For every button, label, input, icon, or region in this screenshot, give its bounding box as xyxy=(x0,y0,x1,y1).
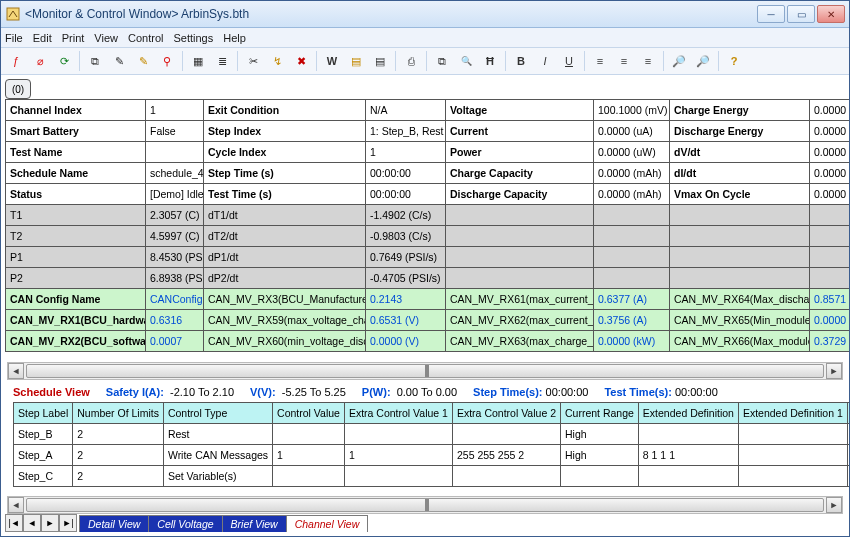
grid-label-cell[interactable] xyxy=(670,226,810,247)
toolbar-bold-icon[interactable]: B xyxy=(510,50,532,72)
grid-label-cell[interactable]: CAN_MV_RX62(max_current_discharge) xyxy=(446,310,594,331)
grid-value-cell[interactable]: 0.0000 (uV/s) xyxy=(810,142,850,163)
grid-label-cell[interactable] xyxy=(670,268,810,289)
grid-value-cell[interactable]: 0.0000 (V) xyxy=(810,310,850,331)
grid-value-cell[interactable]: 1: Step_B, Rest xyxy=(366,121,446,142)
grid-link[interactable]: CANConfig.can xyxy=(150,293,204,305)
menu-edit[interactable]: Edit xyxy=(33,32,52,44)
sched-cell[interactable] xyxy=(847,424,849,445)
grid-label-cell[interactable]: Test Time (s) xyxy=(204,184,366,205)
grid-label-cell[interactable]: CAN_MV_RX2(BCU_software_version) xyxy=(6,331,146,352)
toolbar-italic-icon[interactable]: I xyxy=(534,50,556,72)
sched-cell[interactable]: Rest xyxy=(163,424,272,445)
sched-cell[interactable]: 1 xyxy=(344,445,452,466)
tab-detail-view[interactable]: Detail View xyxy=(79,515,149,532)
grid-value-cell[interactable]: 4.5997 (C) xyxy=(146,226,204,247)
tab-cell-voltage[interactable]: Cell Voltage xyxy=(148,515,222,532)
grid-label-cell[interactable]: dV/dt xyxy=(670,142,810,163)
grid-link[interactable]: 0.0007 xyxy=(150,335,182,347)
tab-nav-next-icon[interactable]: ► xyxy=(41,514,59,532)
grid-value-cell[interactable]: 0.6531 (V) xyxy=(366,310,446,331)
grid-link[interactable]: 0.3729 (V) xyxy=(814,335,849,347)
sched-cell[interactable] xyxy=(452,466,560,487)
grid-link[interactable]: 0.0000 (V) xyxy=(370,335,419,347)
grid-value-cell[interactable]: 0.0000 (mWh) xyxy=(810,121,850,142)
grid-value-cell[interactable]: 0.0000 (uA/s) xyxy=(810,163,850,184)
grid-value-cell[interactable]: -1.4902 (C/s) xyxy=(366,205,446,226)
toolbar-grid-icon[interactable]: ▦ xyxy=(187,50,209,72)
grid-value-cell[interactable]: 0.6377 (A) xyxy=(594,289,670,310)
grid-link[interactable]: 0.6531 (V) xyxy=(370,314,419,326)
grid-label-cell[interactable]: CAN_MV_RX63(max_charge_power) xyxy=(446,331,594,352)
sched-header-cell[interactable]: Number Of Limits xyxy=(73,403,164,424)
grid-label-cell[interactable]: dT2/dt xyxy=(204,226,366,247)
grid-value-cell[interactable] xyxy=(810,226,850,247)
toolbar-doc-icon[interactable]: ▤ xyxy=(369,50,391,72)
grid-value-cell[interactable]: False xyxy=(146,121,204,142)
grid-value-cell[interactable]: 6.8938 (PSI) xyxy=(146,268,204,289)
tab-channel-view[interactable]: Channel View xyxy=(286,515,369,532)
toolbar-disk-icon[interactable]: ⌀ xyxy=(29,50,51,72)
close-button[interactable]: ✕ xyxy=(817,5,845,23)
toolbar-w-icon[interactable]: W xyxy=(321,50,343,72)
sched-cell[interactable]: Write CAN Messages xyxy=(163,445,272,466)
toolbar-help-icon[interactable]: ? xyxy=(723,50,745,72)
sched-cell[interactable] xyxy=(344,424,452,445)
grid-link[interactable]: 0.0000 (kW) xyxy=(598,335,655,347)
grid-value-cell[interactable] xyxy=(146,142,204,163)
grid-label-cell[interactable]: Charge Energy xyxy=(670,100,810,121)
grid-label-cell[interactable]: Power xyxy=(446,142,594,163)
sched-cell[interactable]: High xyxy=(560,445,638,466)
grid-label-cell[interactable]: Step Index xyxy=(204,121,366,142)
sched-header-cell[interactable]: Control Value xyxy=(273,403,345,424)
grid-label-cell[interactable]: P1 xyxy=(6,247,146,268)
tab-brief-view[interactable]: Brief View xyxy=(222,515,287,532)
grid-label-cell[interactable]: Discharge Capacity xyxy=(446,184,594,205)
grid-label-cell[interactable]: Test Name xyxy=(6,142,146,163)
grid-label-cell[interactable] xyxy=(446,247,594,268)
grid-label-cell[interactable] xyxy=(670,247,810,268)
toolbar-underline-icon[interactable]: U xyxy=(558,50,580,72)
toolbar-run-icon[interactable]: ƒ xyxy=(5,50,27,72)
grid-value-cell[interactable]: 0.3729 (V) xyxy=(810,331,850,352)
grid-value-cell[interactable]: 00:00:00 xyxy=(366,184,446,205)
toolbar-align-right-icon[interactable]: ≡ xyxy=(637,50,659,72)
grid-label-cell[interactable] xyxy=(446,205,594,226)
grid-value-cell[interactable]: 0.0000 (mAh) xyxy=(594,184,670,205)
grid-label-cell[interactable]: Smart Battery xyxy=(6,121,146,142)
grid-link[interactable]: 0.3756 (A) xyxy=(598,314,647,326)
menu-control[interactable]: Control xyxy=(128,32,163,44)
grid-value-cell[interactable]: 0.0000 (uA) xyxy=(594,121,670,142)
toolbar-cycle-icon[interactable]: ⟳ xyxy=(53,50,75,72)
grid-value-cell[interactable] xyxy=(594,268,670,289)
grid-label-cell[interactable]: Step Time (s) xyxy=(204,163,366,184)
sched-cell[interactable] xyxy=(452,424,560,445)
menu-settings[interactable]: Settings xyxy=(173,32,213,44)
scroll-right-icon[interactable]: ► xyxy=(826,363,842,379)
grid-label-cell[interactable]: P2 xyxy=(6,268,146,289)
menu-view[interactable]: View xyxy=(94,32,118,44)
tab-nav-last-icon[interactable]: ►| xyxy=(59,514,77,532)
grid-label-cell[interactable]: Cycle Index xyxy=(204,142,366,163)
toolbar-page-icon[interactable]: ▤ xyxy=(345,50,367,72)
grid-label-cell[interactable]: Current xyxy=(446,121,594,142)
sched-header-cell[interactable]: Test Settings xyxy=(847,403,849,424)
grid-label-cell[interactable] xyxy=(446,268,594,289)
grid-label-cell[interactable]: CAN_MV_RX59(max_voltage_charge) xyxy=(204,310,366,331)
grid-label-cell[interactable]: CAN_MV_RX65(Min_module_voltage) xyxy=(670,310,810,331)
grid-value-cell[interactable]: 100.1000 (mV) xyxy=(594,100,670,121)
toolbar-home-icon[interactable]: Ħ xyxy=(479,50,501,72)
lower-scrollbar[interactable]: ◄ ► xyxy=(7,496,843,514)
grid-label-cell[interactable]: CAN Config Name xyxy=(6,289,146,310)
grid-link[interactable]: 0.8571 (kW) xyxy=(814,293,849,305)
grid-label-cell[interactable]: Schedule Name xyxy=(6,163,146,184)
sched-cell[interactable]: 255 255 255 2 xyxy=(452,445,560,466)
sched-header-cell[interactable]: Control Type xyxy=(163,403,272,424)
toolbar-copy-icon[interactable]: ⧉ xyxy=(84,50,106,72)
grid-label-cell[interactable]: CAN_MV_RX60(min_voltage_discharge) xyxy=(204,331,366,352)
grid-value-cell[interactable]: 0.0000 (kW) xyxy=(594,331,670,352)
grid-value-cell[interactable]: 1 xyxy=(146,100,204,121)
grid-label-cell[interactable]: dP1/dt xyxy=(204,247,366,268)
grid-label-cell[interactable] xyxy=(446,226,594,247)
minimize-button[interactable]: ─ xyxy=(757,5,785,23)
